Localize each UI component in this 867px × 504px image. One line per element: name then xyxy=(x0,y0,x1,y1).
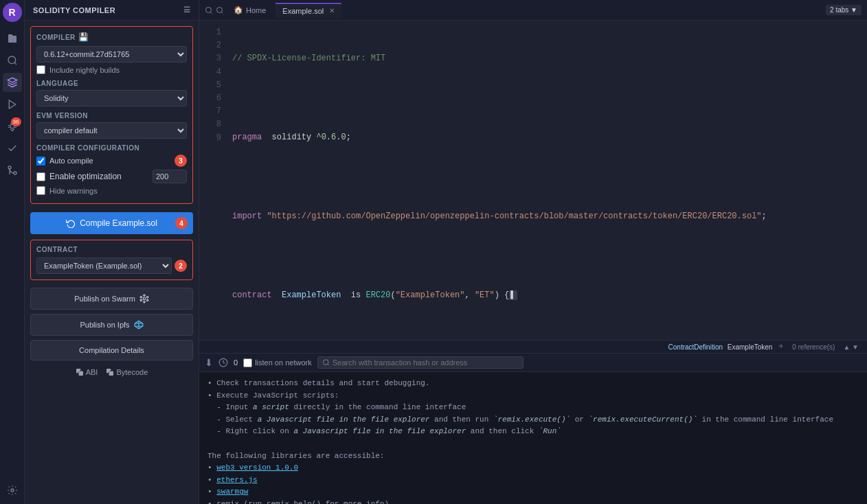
svg-point-20 xyxy=(206,7,212,12)
panel-menu-icon[interactable]: ☰ xyxy=(183,5,191,14)
terminal-search-box[interactable] xyxy=(317,356,523,369)
svg-rect-18 xyxy=(78,371,83,376)
panel-header-icons: ☰ xyxy=(183,5,191,14)
publish-swarm-button[interactable]: Publish on Swarm xyxy=(30,288,193,310)
line-num-1: 1 xyxy=(202,26,221,39)
sidebar-item-compiler[interactable] xyxy=(3,73,22,92)
bytecode-button[interactable]: Bytecode xyxy=(106,368,148,376)
listen-checkbox-row: listen on network xyxy=(243,358,312,367)
collapse-arrows[interactable]: ▲ ▼ xyxy=(843,343,859,351)
terminal-line-3: - Input a script directly in the command… xyxy=(207,402,859,414)
ipfs-icon xyxy=(134,320,144,330)
auto-compile-label: Auto compile xyxy=(49,157,93,165)
listen-label: listen on network xyxy=(255,358,312,367)
compiler-config-label: COMPILER CONFIGURATION xyxy=(36,144,187,152)
line-numbers: 1 2 3 4 5 6 7 8 9 xyxy=(199,21,224,340)
compile-button[interactable]: Compile Example.sol 4 xyxy=(30,212,193,234)
auto-compile-badge: 3 xyxy=(174,154,187,167)
compiler-config-box: COMPILER 💾 0.6.12+commit.27d51765 0.7.0+… xyxy=(30,26,193,204)
contract-select-row: ExampleToken (Example.sol) 2 xyxy=(36,257,187,274)
svg-point-11 xyxy=(146,297,148,298)
home-icon: 🏠 xyxy=(234,5,243,14)
compiler-version-select[interactable]: 0.6.12+commit.27d51765 0.7.0+commit.9e61… xyxy=(36,46,187,62)
code-line-3: pragma solidity ^0.6.0; xyxy=(232,131,859,144)
evm-version-select[interactable]: compiler default istanbul berlin london xyxy=(36,122,187,139)
language-label: LANGUAGE xyxy=(36,80,187,87)
terminal-line-7: The following libraries are accessible: xyxy=(207,450,859,463)
tab-close-icon[interactable]: ✕ xyxy=(329,7,335,14)
editor-area[interactable]: 1 2 3 4 5 6 7 8 9 // SPDX-License-Identi… xyxy=(199,21,867,340)
goto-icon[interactable] xyxy=(777,343,784,350)
sidebar-item-search[interactable] xyxy=(3,51,22,70)
terminal-search-input[interactable] xyxy=(333,358,519,367)
line-num-5: 5 xyxy=(202,79,221,92)
publish-ipfs-button[interactable]: Publish on Ipfs xyxy=(30,314,193,336)
compile-icon xyxy=(66,218,76,228)
ethers-link[interactable]: ethers.js xyxy=(216,476,257,484)
remix-logo[interactable]: R xyxy=(3,3,22,22)
sidebar-item-deploy[interactable] xyxy=(3,95,22,114)
svg-point-8 xyxy=(144,295,145,296)
include-nightly-checkbox[interactable] xyxy=(36,65,45,74)
compiler-label: COMPILER 💾 xyxy=(36,32,187,42)
enable-optimization-checkbox[interactable] xyxy=(36,172,45,181)
terminal-content: • Check transactions details and start d… xyxy=(199,372,867,504)
sidebar-item-settings[interactable] xyxy=(3,481,22,500)
hide-warnings-checkbox[interactable] xyxy=(36,186,45,195)
contract-definition: ContractDefinition ExampleToken xyxy=(668,343,785,351)
contract-name-status: ExampleToken xyxy=(728,343,773,351)
search-icon-right[interactable] xyxy=(216,6,224,14)
save-icon[interactable]: 💾 xyxy=(78,32,89,42)
line-num-2: 2 xyxy=(202,39,221,52)
auto-compile-checkbox[interactable] xyxy=(36,157,45,165)
hide-warnings-label: Hide warnings xyxy=(49,187,98,195)
abi-button[interactable]: ABI xyxy=(76,368,98,376)
abi-copy-icon xyxy=(76,368,84,376)
sidebar-item-files[interactable] xyxy=(3,29,22,48)
terminal-line-11: • remix (run remix.help() for more info) xyxy=(207,499,859,504)
svg-point-6 xyxy=(11,489,14,492)
terminal-clock-icon xyxy=(218,358,228,367)
hide-warnings-row: Hide warnings xyxy=(36,186,187,195)
optimization-runs-input[interactable] xyxy=(153,170,187,183)
auto-compile-row: Auto compile 3 xyxy=(36,154,187,167)
language-select[interactable]: Solidity Vyper Yul xyxy=(36,90,187,106)
terminal-search-icon xyxy=(322,358,330,367)
line-num-6: 6 xyxy=(202,92,221,105)
terminal-line-4: - Select a Javascript file in the file e… xyxy=(207,414,859,426)
line-num-9: 9 xyxy=(202,132,221,145)
top-bar-search xyxy=(205,6,224,14)
terminal-line-2: • Execute JavaScript scripts: xyxy=(207,390,859,402)
line-num-7: 7 xyxy=(202,105,221,118)
terminal-toolbar: ⬇ 0 listen on network xyxy=(199,354,867,372)
svg-line-21 xyxy=(210,12,212,13)
sidebar-item-debug[interactable]: 36 xyxy=(3,117,22,136)
terminal-down-icon[interactable]: ⬇ xyxy=(205,357,213,368)
references-count[interactable]: 0 reference(s) xyxy=(792,343,835,351)
sidebar-item-git[interactable] xyxy=(3,161,22,180)
contract-select[interactable]: ExampleToken (Example.sol) xyxy=(36,257,172,274)
optimization-row: Enable optimization xyxy=(36,170,187,183)
code-content[interactable]: // SPDX-License-Identifier: MIT pragma s… xyxy=(224,21,867,340)
compilation-details-button[interactable]: Compilation Details xyxy=(30,340,193,360)
terminal-line-9: • ethers.js xyxy=(207,474,859,487)
search-icon-left[interactable] xyxy=(205,6,213,14)
svg-point-4 xyxy=(14,172,16,174)
enable-optimization-label: Enable optimization xyxy=(49,172,122,181)
svg-point-12 xyxy=(140,299,142,301)
swarmgw-link[interactable]: swarmgw xyxy=(216,488,248,496)
listen-checkbox[interactable] xyxy=(243,358,252,367)
code-line-6 xyxy=(232,250,859,263)
web3-link[interactable]: web3 version 1.0.0 xyxy=(216,463,298,472)
sidebar-item-verify[interactable] xyxy=(3,139,22,158)
svg-point-7 xyxy=(143,297,146,300)
tab-example-sol[interactable]: Example.sol ✕ xyxy=(275,3,341,18)
sidebar: R 36 xyxy=(0,0,25,504)
panel-header: SOLIDITY COMPILER ☰ xyxy=(25,0,199,21)
tabs-count[interactable]: 2 tabs ▼ xyxy=(826,5,862,15)
abi-bytecode-row: ABI Bytecode xyxy=(30,368,193,376)
code-line-4 xyxy=(232,171,859,184)
tab-home[interactable]: 🏠 Home xyxy=(227,3,273,17)
bytecode-copy-icon xyxy=(106,368,114,376)
svg-point-22 xyxy=(217,7,223,12)
